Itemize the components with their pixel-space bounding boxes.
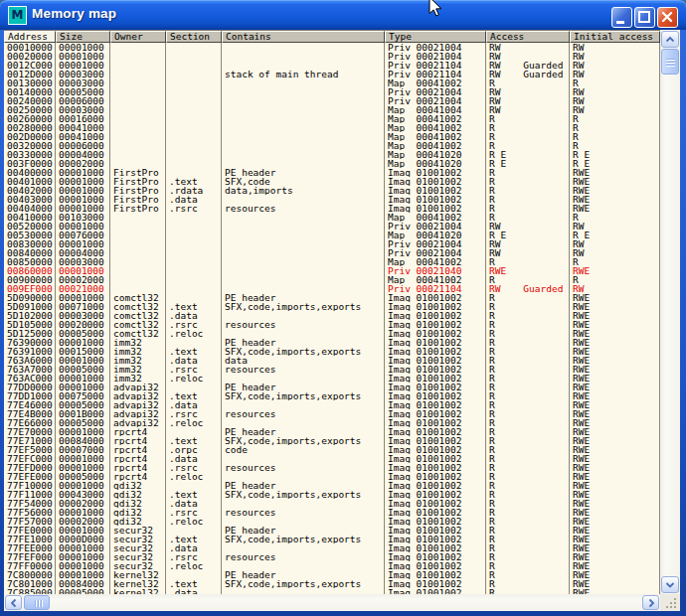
- column-header-initial_access[interactable]: Initial access: [570, 31, 660, 43]
- scroll-up-button[interactable]: [661, 31, 679, 48]
- table-row[interactable]: 77EF500000007000rpcrt4.orpccodeImag 0100…: [4, 445, 660, 454]
- table-row[interactable]: 5D12500000005000comctl32.relocImag 01001…: [4, 329, 660, 338]
- vertical-scrollbar[interactable]: [660, 30, 680, 594]
- table-row[interactable]: 002D000000041000Map 00041002RR: [4, 132, 660, 141]
- table-row[interactable]: 77EFE00000005000rpcrt4.relocImag 0100100…: [4, 472, 660, 481]
- table-row[interactable]: 7C80000000001000kernel32PE headerImag 01…: [4, 570, 660, 579]
- table-row[interactable]: 77FE10000000D000secur32.textSFX,code,imp…: [4, 535, 660, 543]
- cell-size: 00001000: [56, 543, 110, 552]
- table-row[interactable]: 0024000000006000Priv 00021004RWRW: [4, 96, 660, 105]
- cell-type: Imag 01001002: [385, 400, 486, 409]
- cell-initial_access: RWE: [570, 445, 660, 454]
- table-row[interactable]: 5D09000000001000comctl32PE headerImag 01…: [4, 293, 660, 302]
- table-row[interactable]: 77F5700000002000gdi32.relocImag 01001002…: [4, 517, 660, 526]
- cell-initial_access: RWE: [570, 454, 660, 463]
- table-row[interactable]: 77F1000000001000gdi32PE headerImag 01001…: [4, 481, 660, 490]
- table-row[interactable]: 7639000000001000imm32PE headerImag 01001…: [4, 338, 660, 347]
- table-row[interactable]: 0041000000103000Map 00041002RR: [4, 213, 660, 222]
- cell-contains: SFX,code: [222, 177, 385, 186]
- table-row[interactable]: 0025000000003000Map 00041004RWRW: [4, 105, 660, 114]
- table-row[interactable]: 0084000000004000Priv 00021004RWRW: [4, 248, 660, 257]
- memory-map-window: M Memory map AddressSizeOwnerSectionCont…: [0, 0, 686, 616]
- table-row[interactable]: 0013000000003000Map 00041002RR: [4, 78, 660, 87]
- column-header-access[interactable]: Access: [486, 31, 570, 43]
- table-row[interactable]: 77F5600000001000gdi32.rsrcresourcesImag …: [4, 508, 660, 517]
- table-row[interactable]: 0012C00000001000Priv 00021104RW GuardedR…: [4, 61, 660, 70]
- cell-initial_access: RWE: [570, 383, 660, 391]
- table-row[interactable]: 77F5400000002000gdi32.dataImag 01001002R…: [4, 499, 660, 508]
- table-row[interactable]: 77E6600000005000advapi32.relocImag 01001…: [4, 418, 660, 427]
- table-row[interactable]: 5D10200000003000comctl32.dataImag 010010…: [4, 311, 660, 320]
- table-row[interactable]: 0033000000004000Map 00041020R ER E: [4, 150, 660, 159]
- table-row[interactable]: 0040100000001000FirstPro.textSFX,codeIma…: [4, 177, 660, 186]
- column-header-section[interactable]: Section: [166, 31, 222, 43]
- scroll-right-button[interactable]: [642, 595, 659, 610]
- table-row[interactable]: 0040400000001000FirstPro.rsrcresourcesIm…: [4, 204, 660, 213]
- app-icon[interactable]: M: [8, 6, 27, 25]
- table-row[interactable]: 0052000000001000Priv 00021004RWRW: [4, 222, 660, 231]
- table-row[interactable]: 763AC00000001000imm32.relocImag 01001002…: [4, 374, 660, 383]
- table-row[interactable]: 7C80100000084000kernel32.textSFX,code,im…: [4, 579, 660, 588]
- table-row[interactable]: 0032000000006000Map 00041002RR: [4, 141, 660, 150]
- table-row[interactable]: 77EFC00000001000rpcrt4.dataImag 01001002…: [4, 454, 660, 463]
- table-row[interactable]: 0001000000001000Priv 00021004RWRW: [4, 43, 660, 52]
- cell-access: R: [486, 302, 570, 311]
- table-row[interactable]: 763A600000001000imm32.datadataImag 01001…: [4, 356, 660, 365]
- cell-type: Map 00041002: [385, 78, 486, 87]
- table-row[interactable]: 009EF00000021000Priv 00021104RW GuardedR…: [4, 284, 660, 293]
- table-row[interactable]: 763A700000005000imm32.rsrcresourcesImag …: [4, 365, 660, 374]
- table-row[interactable]: 0002000000001000Priv 00021004RWRW: [4, 52, 660, 61]
- table-row[interactable]: 77FE000000001000secur32PE headerImag 010…: [4, 526, 660, 535]
- table-row[interactable]: 0014000000005000Priv 00021004RWRW: [4, 87, 660, 96]
- minimize-button[interactable]: [611, 7, 632, 28]
- table-row[interactable]: 0040000000001000FirstProPE headerImag 01…: [4, 168, 660, 177]
- table-row[interactable]: 77FEF00000001000secur32.rsrcresourcesIma…: [4, 552, 660, 561]
- cell-access: R: [486, 463, 570, 472]
- cell-type: Map 00041002: [385, 275, 486, 284]
- table-row[interactable]: 7639100000015000imm32.textSFX,code,impor…: [4, 347, 660, 356]
- cell-owner: comctl32: [110, 302, 166, 311]
- horizontal-scrollbar[interactable]: [4, 594, 660, 611]
- table-row[interactable]: 0053000000076000Map 00041020R ER E: [4, 231, 660, 239]
- scroll-left-button[interactable]: [5, 595, 22, 610]
- scroll-down-button[interactable]: [661, 576, 679, 593]
- table-row[interactable]: 5D10500000020000comctl32.rsrcresourcesIm…: [4, 320, 660, 329]
- table-row[interactable]: 77E4B0000001B000advapi32.rsrcresourcesIm…: [4, 409, 660, 418]
- cell-contains: PE header: [222, 168, 385, 177]
- table-row[interactable]: 77E4600000005000advapi32.dataImag 010010…: [4, 400, 660, 409]
- table-row[interactable]: 5D09100000071000comctl32.textSFX,code,im…: [4, 302, 660, 311]
- cell-size: 00003000: [56, 257, 110, 266]
- cell-type: Imag 01001002: [385, 347, 486, 356]
- maximize-button[interactable]: [634, 7, 655, 28]
- table-row[interactable]: 0012D00000003000stack of main threadPriv…: [4, 70, 660, 78]
- table-row[interactable]: 0040300000001000FirstPro.dataImag 010010…: [4, 195, 660, 204]
- table-row[interactable]: 77DD100000075000advapi32.textSFX,code,im…: [4, 391, 660, 400]
- table-row[interactable]: 0085000000003000Map 00041002RR: [4, 257, 660, 266]
- table-row[interactable]: 77F1100000043000gdi32.textSFX,code,impor…: [4, 490, 660, 499]
- table-row[interactable]: 0026000000016000Map 00041002RR: [4, 114, 660, 123]
- table-row[interactable]: 0040200000001000FirstPro.rdatadata,impor…: [4, 186, 660, 195]
- cell-access: R: [486, 526, 570, 535]
- table-row[interactable]: 77FF000000001000secur32.relocImag 010010…: [4, 561, 660, 570]
- table-row[interactable]: 0086000000001000Priv 00021040RWERWE: [4, 266, 660, 275]
- table-row[interactable]: 003F000000002000Map 00041020R ER E: [4, 159, 660, 168]
- table-row[interactable]: 0028000000041000Map 00041002RR: [4, 123, 660, 132]
- column-header-size[interactable]: Size: [56, 31, 110, 43]
- table-row[interactable]: 0090000000002000Map 00041002RR: [4, 275, 660, 284]
- resize-grip[interactable]: [660, 594, 680, 611]
- table-row[interactable]: 77EFD00000001000rpcrt4.rsrcresourcesImag…: [4, 463, 660, 472]
- column-header-type[interactable]: Type: [385, 31, 486, 43]
- title-bar[interactable]: M Memory map: [0, 0, 686, 30]
- vertical-scroll-thumb[interactable]: [661, 49, 679, 75]
- table-row[interactable]: 0083000000001000Priv 00021004RWRW: [4, 239, 660, 248]
- column-header-address[interactable]: Address: [4, 31, 56, 43]
- horizontal-scroll-thumb[interactable]: [24, 595, 50, 610]
- column-header-contains[interactable]: Contains: [222, 31, 385, 43]
- table-row[interactable]: 77FEE00000001000secur32.dataImag 0100100…: [4, 543, 660, 552]
- table-row[interactable]: 77E7100000084000rpcrt4.textSFX,code,impo…: [4, 436, 660, 445]
- column-header-owner[interactable]: Owner: [110, 31, 166, 43]
- cell-access: R: [486, 472, 570, 481]
- close-button[interactable]: [657, 7, 678, 28]
- table-row[interactable]: 77DD000000001000advapi32PE headerImag 01…: [4, 383, 660, 391]
- table-row[interactable]: 77E7000000001000rpcrt4PE headerImag 0100…: [4, 427, 660, 436]
